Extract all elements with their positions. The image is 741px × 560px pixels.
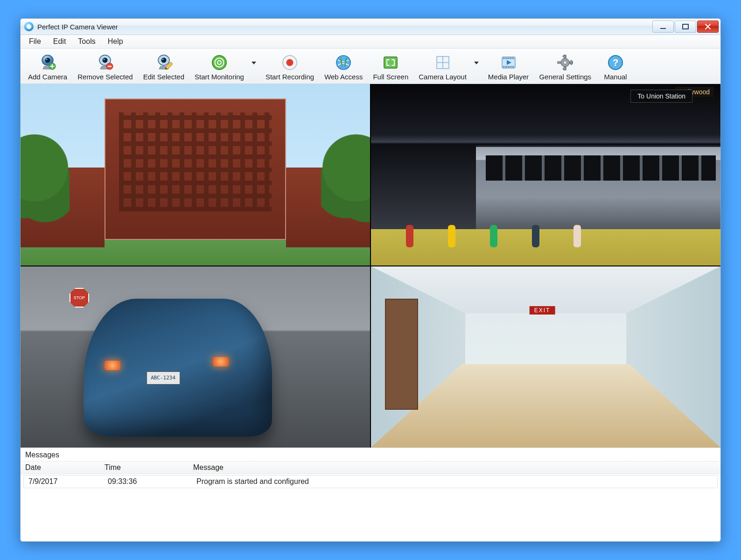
messages-label: Messages (21, 448, 720, 462)
help-icon: ? (606, 53, 625, 72)
menu-edit[interactable]: Edit (48, 36, 72, 47)
svg-point-13 (162, 58, 163, 60)
toolbar-label: Media Player (488, 73, 529, 81)
svg-rect-36 (508, 67, 509, 68)
menu-bar: File Edit Tools Help (21, 35, 720, 49)
svg-point-49 (564, 61, 567, 64)
app-window: Perfect IP Camera Viewer File Edit Tools… (20, 18, 721, 542)
messages-panel: Messages Date Time Message 7/9/2017 09:3… (21, 448, 720, 541)
start-monitoring-button[interactable]: Start Monitoring (191, 51, 248, 82)
record-icon (280, 53, 299, 72)
window-minimize-button[interactable] (652, 21, 674, 33)
svg-text:?: ? (613, 57, 618, 68)
menu-tools[interactable]: Tools (72, 36, 101, 47)
cell-time: 09:33:36 (108, 477, 196, 486)
svg-rect-35 (505, 67, 507, 68)
app-title: Perfect IP Camera Viewer (37, 23, 118, 31)
svg-rect-37 (510, 67, 511, 68)
col-time[interactable]: Time (105, 463, 193, 472)
cell-date: 7/9/2017 (28, 477, 108, 486)
svg-rect-1 (683, 24, 688, 29)
gear-icon (556, 53, 574, 72)
cell-message: Program is started and configured (196, 477, 713, 486)
toolbar-label: Start Monitoring (195, 73, 244, 81)
svg-point-22 (336, 56, 350, 70)
svg-rect-34 (503, 67, 504, 68)
overlay-text: ABC-1234 (147, 371, 180, 385)
svg-point-3 (45, 58, 50, 63)
media-player-icon (499, 53, 518, 72)
col-message[interactable]: Message (193, 463, 716, 472)
media-player-button[interactable]: Media Player (484, 51, 533, 82)
general-settings-button[interactable]: General Settings (535, 51, 595, 82)
full-screen-button[interactable]: Full Screen (369, 51, 412, 82)
messages-body: 7/9/2017 09:33:36 Program is started and… (21, 474, 720, 541)
svg-rect-0 (660, 28, 666, 29)
camera-layout-dropdown[interactable] (473, 54, 480, 72)
toolbar-label: Remove Selected (77, 73, 133, 81)
start-monitoring-dropdown[interactable] (251, 54, 257, 72)
svg-rect-29 (503, 58, 504, 59)
webcam-edit-icon (154, 53, 173, 72)
svg-rect-43 (558, 62, 560, 63)
title-bar: Perfect IP Camera Viewer (21, 19, 720, 35)
overlay-text: STOP (70, 288, 89, 308)
camera-feed-3[interactable]: STOP ABC-1234 (21, 266, 370, 448)
col-date[interactable]: Date (25, 463, 105, 472)
add-camera-button[interactable]: Add Camera (24, 51, 71, 82)
overlay-text: To Union Station (630, 90, 692, 103)
toolbar: Add Camera Remove Selected (21, 49, 720, 84)
app-icon (24, 22, 34, 31)
svg-point-4 (46, 58, 48, 60)
web-access-button[interactable]: Web Access (321, 51, 366, 82)
toolbar-label: Full Screen (373, 73, 408, 81)
fullscreen-icon (381, 53, 400, 72)
grid-layout-icon (433, 53, 452, 72)
messages-header-row: Date Time Message (21, 462, 720, 474)
window-close-button[interactable] (697, 21, 719, 33)
camera-grid: Hollywood To Union Station STOP ABC-1234… (21, 84, 720, 448)
menu-file[interactable]: File (23, 36, 47, 47)
toolbar-label: General Settings (539, 73, 591, 81)
start-recording-button[interactable]: Start Recording (262, 51, 318, 82)
svg-rect-23 (384, 57, 397, 68)
svg-point-8 (104, 58, 105, 60)
webcam-minus-icon (96, 53, 114, 72)
svg-rect-38 (512, 67, 514, 68)
toolbar-label: Add Camera (28, 73, 67, 81)
svg-point-12 (161, 58, 166, 63)
menu-help[interactable]: Help (102, 36, 129, 47)
remove-selected-button[interactable]: Remove Selected (74, 51, 136, 82)
toolbar-label: Web Access (324, 73, 363, 81)
svg-rect-10 (108, 66, 112, 67)
svg-point-21 (287, 59, 294, 66)
manual-button[interactable]: ? Manual (598, 51, 633, 82)
webcam-plus-icon (38, 53, 57, 72)
toolbar-label: Camera Layout (419, 73, 467, 81)
svg-rect-32 (510, 58, 511, 59)
toolbar-label: Start Recording (266, 73, 314, 81)
message-row[interactable]: 7/9/2017 09:33:36 Program is started and… (23, 475, 718, 488)
camera-feed-4[interactable]: EXIT (371, 266, 720, 448)
camera-layout-button[interactable]: Camera Layout (415, 51, 470, 82)
camera-feed-2[interactable]: Hollywood To Union Station (371, 84, 720, 266)
toolbar-label: Edit Selected (143, 73, 184, 81)
svg-rect-30 (505, 58, 507, 59)
svg-marker-25 (474, 62, 479, 64)
toolbar-label: Manual (604, 73, 627, 81)
svg-rect-31 (508, 58, 509, 59)
camera-feed-1[interactable] (21, 84, 370, 266)
svg-marker-19 (252, 62, 256, 64)
globe-icon (334, 53, 353, 72)
svg-rect-33 (512, 58, 514, 59)
svg-point-7 (103, 58, 108, 63)
window-maximize-button[interactable] (675, 21, 696, 33)
target-icon (210, 53, 229, 72)
overlay-text: EXIT (530, 306, 555, 315)
edit-selected-button[interactable]: Edit Selected (140, 51, 188, 82)
